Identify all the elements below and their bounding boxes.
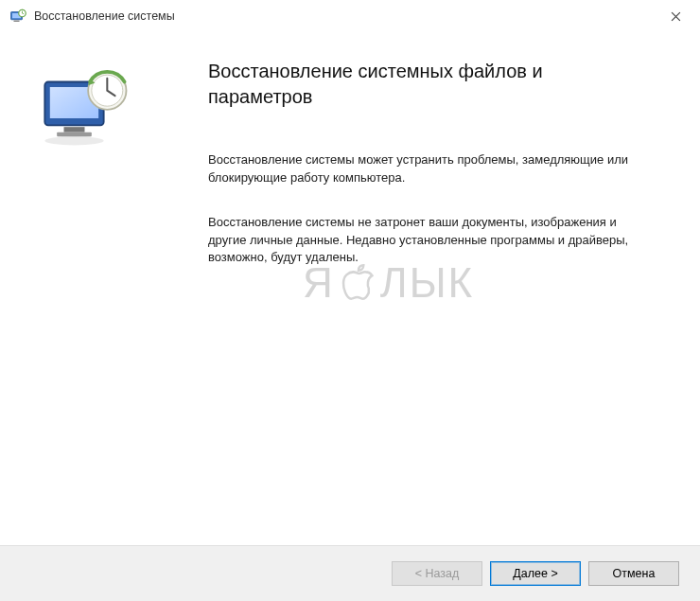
intro-paragraph-2: Восстановление системы не затронет ваши … xyxy=(208,214,643,268)
window-title: Восстановление системы xyxy=(34,9,656,23)
wizard-body: Восстановление системных файлов и параме… xyxy=(0,32,700,545)
system-restore-wizard: Восстановление системы xyxy=(0,0,700,601)
close-button[interactable] xyxy=(656,3,694,29)
svg-point-8 xyxy=(44,136,103,145)
svg-rect-7 xyxy=(57,133,92,137)
page-heading: Восстановление системных файлов и параме… xyxy=(208,59,643,110)
monitor-clock-icon xyxy=(38,66,142,151)
apple-outline-icon xyxy=(339,262,376,304)
back-button: < Назад xyxy=(392,561,482,586)
system-restore-icon xyxy=(9,8,26,25)
cancel-button[interactable]: Отмена xyxy=(588,561,679,586)
title-bar: Восстановление системы xyxy=(0,0,700,32)
wizard-footer: < Назад Далее > Отмена xyxy=(0,545,700,601)
svg-rect-6 xyxy=(63,127,84,132)
next-button[interactable]: Далее > xyxy=(490,561,581,586)
close-icon xyxy=(671,11,681,22)
wizard-content: Восстановление системных файлов и параме… xyxy=(180,32,700,545)
wizard-side-panel xyxy=(0,32,180,545)
intro-paragraph-1: Восстановление системы может устранить п… xyxy=(208,151,643,187)
svg-rect-2 xyxy=(14,21,20,23)
